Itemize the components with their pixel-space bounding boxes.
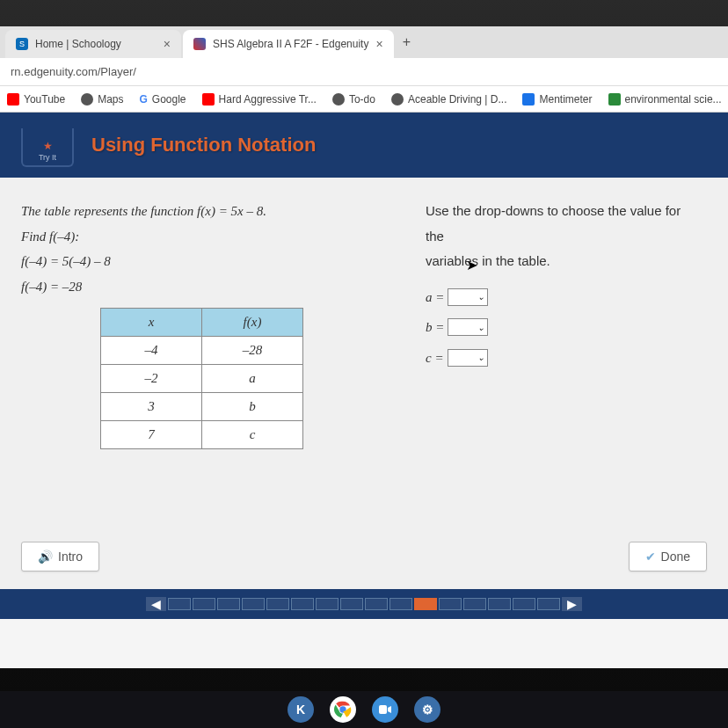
work-line-1: f(–4) = 5(–4) – 8 xyxy=(21,249,373,274)
table-row: –2a xyxy=(101,365,303,393)
globe-icon xyxy=(391,93,404,106)
bookmark-hardaggressive[interactable]: Hard Aggressive Tr... xyxy=(202,93,317,106)
tab-schoology[interactable]: S Home | Schoology × xyxy=(5,30,181,58)
table-header-x: x xyxy=(101,309,202,337)
progress-segment[interactable] xyxy=(537,598,560,610)
progress-segment[interactable] xyxy=(488,598,511,610)
maps-icon xyxy=(81,93,93,106)
close-icon[interactable]: × xyxy=(375,37,382,51)
table-row: –4–28 xyxy=(101,337,303,365)
globe-icon xyxy=(332,93,345,106)
lesson-title: Using Function Notation xyxy=(91,134,316,157)
work-line-2: f(–4) = –28 xyxy=(21,274,373,300)
svg-rect-1 xyxy=(379,705,387,714)
progress-segment[interactable] xyxy=(414,598,437,610)
site-icon xyxy=(608,93,621,106)
bookmarks-bar: YouTube Maps GGoogle Hard Aggressive Tr.… xyxy=(0,86,728,113)
url-bar[interactable]: rn.edgenuity.com/Player/ xyxy=(0,58,728,86)
close-icon[interactable]: × xyxy=(164,37,171,51)
taskbar-chrome-icon[interactable] xyxy=(330,696,356,723)
table-row: 7c xyxy=(101,421,303,449)
browser-window: S Home | Schoology × SHS Algebra II A F2… xyxy=(0,26,728,668)
progress-segment[interactable] xyxy=(242,598,265,610)
progress-segment[interactable] xyxy=(193,598,215,610)
tab-edgenuity[interactable]: SHS Algebra II A F2F - Edgenuity × xyxy=(183,30,394,58)
progress-segment[interactable] xyxy=(266,598,289,610)
mentimeter-icon xyxy=(522,93,535,106)
prog-prev[interactable]: ◀ xyxy=(146,597,166,611)
progress-segment[interactable] xyxy=(168,598,191,610)
right-prompt-1: Use the drop-downs to choose the value f… xyxy=(426,199,702,249)
progress-segment[interactable] xyxy=(291,598,314,610)
tryit-tab[interactable]: ★ Try It xyxy=(21,128,74,167)
tryit-label: Try It xyxy=(39,153,56,162)
taskbar-zoom-icon[interactable] xyxy=(372,696,398,723)
tab-label: SHS Algebra II A F2F - Edgenuity xyxy=(213,38,368,50)
url-text: rn.edgenuity.com/Player/ xyxy=(11,65,136,78)
dropdown-c[interactable] xyxy=(448,349,488,367)
table-header-fx: f(x) xyxy=(202,309,303,337)
bookmark-todo[interactable]: To-do xyxy=(332,93,375,106)
c-label: c = xyxy=(426,346,444,371)
left-column: The table represents the function f(x) =… xyxy=(21,199,373,571)
dropdown-a[interactable] xyxy=(448,288,488,306)
youtube-icon xyxy=(7,93,19,106)
progress-segment[interactable] xyxy=(217,598,240,610)
star-icon: ★ xyxy=(43,140,53,152)
youtube-icon xyxy=(202,93,215,106)
taskbar-k-icon[interactable]: K xyxy=(288,696,314,723)
a-label: a = xyxy=(426,285,444,310)
progress-segment[interactable] xyxy=(365,598,388,610)
progress-segment[interactable] xyxy=(439,598,462,610)
dropdown-b[interactable] xyxy=(448,318,488,336)
right-column: Use the drop-downs to choose the value f… xyxy=(426,199,702,571)
speaker-icon: 🔊 xyxy=(38,550,53,564)
progress-segment[interactable] xyxy=(316,598,339,610)
function-table: x f(x) –4–28 –2a 3b 7c xyxy=(100,308,303,449)
lesson-body: The table represents the function f(x) =… xyxy=(0,178,728,589)
done-button[interactable]: ✔ Done xyxy=(629,542,707,571)
problem-statement: The table represents the function f(x) =… xyxy=(21,199,373,224)
taskbar-settings-icon[interactable]: ⚙ xyxy=(414,696,440,723)
bookmark-youtube[interactable]: YouTube xyxy=(7,93,65,106)
bookmark-mentimeter[interactable]: Mentimeter xyxy=(522,93,592,106)
find-line: Find f(–4): xyxy=(21,224,373,250)
bottom-bar: 🔊 Intro ✔ Done xyxy=(21,542,707,571)
new-tab-button[interactable]: + xyxy=(396,31,418,54)
bookmark-google[interactable]: GGoogle xyxy=(140,93,186,106)
progress-segment[interactable] xyxy=(389,598,412,610)
b-label: b = xyxy=(426,315,444,340)
lesson-header: ★ Try It Using Function Notation xyxy=(0,128,728,178)
tab-label: Home | Schoology xyxy=(35,38,121,50)
tab-bar: S Home | Schoology × SHS Algebra II A F2… xyxy=(0,26,728,58)
bookmark-maps[interactable]: Maps xyxy=(81,93,123,106)
bookmark-environmental[interactable]: environmental scie... xyxy=(608,93,722,106)
cursor-icon: ➤ xyxy=(466,257,477,273)
check-icon: ✔ xyxy=(645,550,656,564)
prog-next[interactable]: ▶ xyxy=(562,597,582,611)
blue-spacer xyxy=(0,113,728,128)
table-row: 3b xyxy=(101,393,303,421)
intro-button[interactable]: 🔊 Intro xyxy=(21,542,99,571)
taskbar: K ⚙ xyxy=(0,691,728,728)
progress-segment[interactable] xyxy=(513,598,535,610)
bookmark-aceable[interactable]: Aceable Driving | D... xyxy=(391,93,507,106)
progress-segments xyxy=(168,598,560,610)
google-icon: G xyxy=(140,93,148,106)
progress-bar: ◀ ▶ xyxy=(0,589,728,619)
schoology-icon: S xyxy=(16,38,28,50)
progress-segment[interactable] xyxy=(340,598,363,610)
progress-segment[interactable] xyxy=(463,598,486,610)
edgenuity-icon xyxy=(193,38,206,50)
